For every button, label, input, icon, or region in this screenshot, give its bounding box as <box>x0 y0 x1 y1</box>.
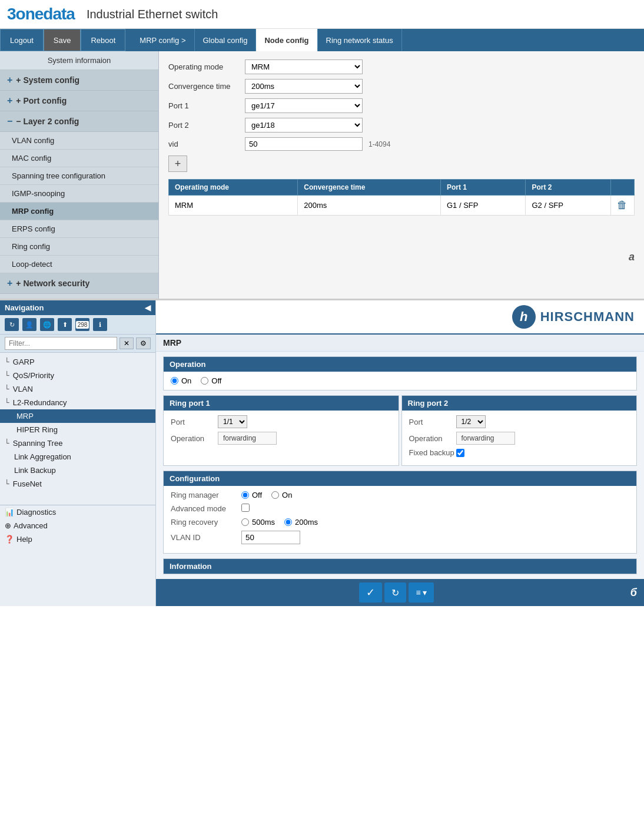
hirschmann-circle-icon: h <box>512 305 536 329</box>
ring-recovery-500ms-group: 500ms <box>241 518 275 527</box>
tree-item-help[interactable]: ❓ Help <box>0 532 155 546</box>
tree-item-fusenet[interactable]: └ FuseNet <box>0 477 155 491</box>
configuration-card-header: Configuration <box>164 471 636 486</box>
rp2-port-select[interactable]: 1/2 <box>456 415 486 428</box>
panel-b-label: б <box>630 587 637 599</box>
sidebar-item-loop-detect[interactable]: Loop-detect <box>0 256 158 273</box>
sidebar-item-mrp-config[interactable]: MRP config <box>0 203 158 220</box>
toolbar-menu-button[interactable]: ≡ ▾ <box>409 583 434 603</box>
content-b-header: h HIRSCHMANN <box>156 300 644 335</box>
logout-button[interactable]: Logout <box>0 29 44 51</box>
tree-item-l2-redundancy[interactable]: └ L2-Redundancy <box>0 396 155 409</box>
system-config-label: + System config <box>16 75 79 85</box>
ring-manager-row: Ring manager Off On <box>171 491 629 499</box>
ring-manager-off-group: Off <box>241 491 262 499</box>
radio-off[interactable] <box>201 377 208 385</box>
ring-ports-container: Ring port 1 Port 1/1 Operation forwardin… <box>163 395 637 466</box>
layer2-config-section[interactable]: − − Layer 2 config <box>0 111 158 132</box>
filter-clear-button[interactable]: ✕ <box>119 337 134 349</box>
tree-item-qos[interactable]: └ QoS/Priority <box>0 369 155 382</box>
ring-recovery-200ms-group: 200ms <box>284 518 318 527</box>
tab-ring-network-status[interactable]: Ring network status <box>318 29 402 51</box>
layer2-config-expand-icon: − <box>7 116 12 127</box>
col-actions <box>611 180 635 196</box>
header-a: 3onedata Industrial Ethernet switch <box>0 0 644 29</box>
ring-recovery-label: Ring recovery <box>171 518 241 527</box>
tree-item-spanning-tree[interactable]: └ Spanning Tree <box>0 436 155 450</box>
nav-icon-info[interactable]: ℹ <box>93 318 107 331</box>
radio-on[interactable] <box>171 377 178 385</box>
advanced-mode-label: Advanced mode <box>171 504 241 513</box>
ring-manager-on-label: On <box>282 491 292 499</box>
toolbar-refresh-button[interactable]: ↻ <box>384 583 406 603</box>
rp2-fixed-backup-checkbox[interactable] <box>456 449 464 457</box>
ring-recovery-200ms-radio[interactable] <box>284 518 292 526</box>
system-config-section[interactable]: + + System config <box>0 70 158 91</box>
ring-manager-off-radio[interactable] <box>241 491 249 499</box>
tab-node-config[interactable]: Node config <box>256 29 317 51</box>
tree-item-garp[interactable]: └ GARP <box>0 355 155 369</box>
port2-select[interactable]: ge1/18 <box>245 118 363 133</box>
delete-row-button[interactable]: 🗑 <box>617 199 628 211</box>
hirschmann-brand-name: HIRSCHMANN <box>540 309 635 325</box>
nav-collapse-arrow[interactable]: ◀ <box>145 303 151 312</box>
hirschmann-logo: h HIRSCHMANN <box>512 305 635 329</box>
sidebar-item-erps-config[interactable]: ERPS config <box>0 220 158 238</box>
network-security-expand-icon: + <box>7 278 12 289</box>
nav-icon-user[interactable]: 👤 <box>22 318 36 331</box>
tree-item-mrp[interactable]: MRP <box>0 409 155 423</box>
operating-mode-label: Operating mode <box>168 62 245 71</box>
rp2-operation-label: Operation <box>409 434 456 443</box>
branch-icon-qos: └ <box>5 371 9 380</box>
layer2-config-label: − Layer 2 config <box>16 117 79 126</box>
vlan-id-input[interactable] <box>241 531 300 544</box>
tree-label-help: Help <box>16 535 32 544</box>
tab-mrp-config[interactable]: MRP config > <box>131 29 194 51</box>
navbar-a: Logout Save Reboot MRP config > Global c… <box>0 29 644 51</box>
tree-item-link-backup[interactable]: Link Backup <box>0 464 155 477</box>
tree-item-link-aggregation[interactable]: Link Aggregation <box>0 450 155 464</box>
nav-icon-upload[interactable]: ⬆ <box>58 318 72 331</box>
filter-settings-button[interactable]: ⚙ <box>136 337 151 349</box>
vid-input[interactable] <box>245 137 363 151</box>
filter-input[interactable] <box>5 337 117 350</box>
ring-recovery-500ms-radio[interactable] <box>241 518 249 526</box>
convergence-time-select[interactable]: 200ms <box>245 79 363 94</box>
nav-icon-badge[interactable]: 298 <box>75 318 89 331</box>
save-button[interactable]: Save <box>44 29 81 51</box>
add-row-button[interactable]: + <box>168 155 187 172</box>
operating-mode-select[interactable]: MRM <box>245 59 363 74</box>
tree-item-diagnostics[interactable]: 📊 Diagnostics <box>0 505 155 519</box>
vid-row: vid 1-4094 <box>168 137 635 151</box>
nav-icon-refresh[interactable]: ↻ <box>5 318 19 331</box>
toolbar-buttons: ✓ ↻ ≡ ▾ <box>359 583 434 603</box>
tree-label-hiper-ring: HIPER Ring <box>16 425 58 434</box>
port-config-section[interactable]: + + Port config <box>0 91 158 111</box>
sidebar-item-ring-config[interactable]: Ring config <box>0 238 158 256</box>
tree-item-vlan[interactable]: └ VLAN <box>0 382 155 396</box>
advanced-icon: ⊕ <box>5 521 11 530</box>
advanced-mode-checkbox[interactable] <box>241 504 250 512</box>
port2-label: Port 2 <box>168 121 245 130</box>
ring-manager-on-radio[interactable] <box>271 491 279 499</box>
sidebar-a: System informaion + + System config + + … <box>0 51 159 299</box>
rp1-port-select[interactable]: 1/1 <box>218 415 247 428</box>
network-security-section[interactable]: + + Network security <box>0 273 158 294</box>
tree-item-hiper-ring[interactable]: HIPER Ring <box>0 423 155 436</box>
sidebar-item-spanning-tree[interactable]: Spanning tree configuration <box>0 167 158 185</box>
diagnostics-icon: 📊 <box>5 508 14 517</box>
sidebar-item-igmp-snooping[interactable]: IGMP-snooping <box>0 185 158 203</box>
tab-global-config[interactable]: Global config <box>195 29 257 51</box>
toolbar-check-button[interactable]: ✓ <box>359 583 382 603</box>
tree-item-advanced[interactable]: ⊕ Advanced <box>0 519 155 532</box>
port1-row: Port 1 ge1/17 <box>168 98 635 113</box>
sidebar-item-vlan-config[interactable]: VLAN config <box>0 132 158 150</box>
reboot-button[interactable]: Reboot <box>81 29 125 51</box>
port1-select[interactable]: ge1/17 <box>245 98 363 113</box>
cell-operating-mode: MRM <box>169 196 298 216</box>
rp2-port-label: Port <box>409 418 456 426</box>
nav-icon-network[interactable]: 🌐 <box>40 318 54 331</box>
nav-b: Navigation ◀ ↻ 👤 🌐 ⬆ 298 ℹ ✕ ⚙ └ GARP └ <box>0 300 156 606</box>
sidebar-item-mac-config[interactable]: MAC config <box>0 150 158 167</box>
tree-label-spanning-tree: Spanning Tree <box>13 439 63 448</box>
